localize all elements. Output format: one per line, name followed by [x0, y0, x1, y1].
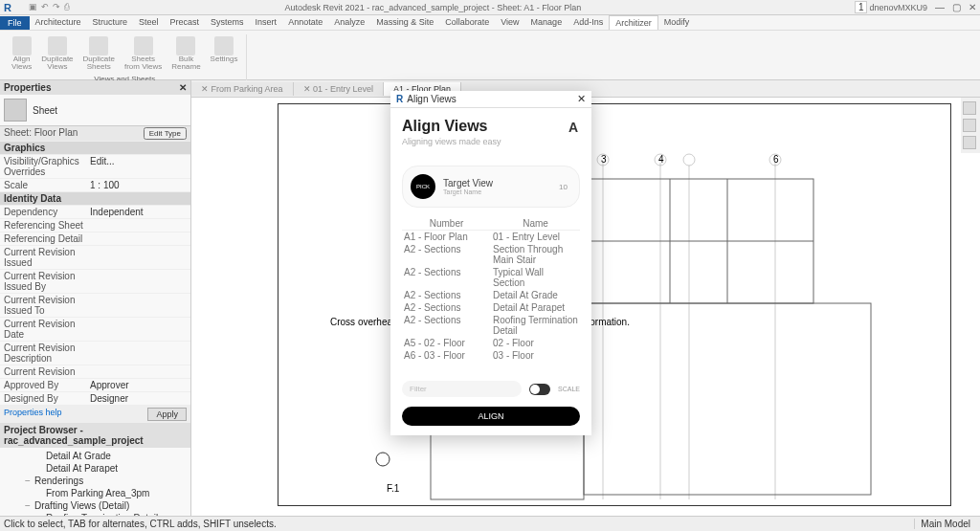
view-count: 10 [559, 183, 568, 191]
nav-wheel-icon[interactable] [963, 136, 976, 149]
qat-save-icon[interactable]: ▣ [29, 2, 37, 11]
ribbon-btn-duplicate[interactable]: DuplicateSheets [79, 34, 119, 73]
tree-item[interactable]: −Drafting Views (Detail) [2, 499, 189, 512]
minimize-button[interactable]: — [935, 2, 945, 12]
panel-close-icon[interactable]: ✕ [179, 82, 187, 93]
apply-button[interactable]: Apply [147, 408, 187, 421]
tree-item[interactable]: Detail At Parapet [2, 462, 189, 475]
property-value[interactable]: Approver [90, 380, 187, 390]
ribbon-tab-view[interactable]: View [495, 15, 524, 30]
maximize-button[interactable]: ▢ [952, 2, 961, 12]
property-row[interactable]: Designed ByDesigner [0, 392, 190, 406]
ribbon-tab-annotate[interactable]: Annotate [282, 15, 328, 30]
property-row[interactable]: Current Revision Issued By [0, 270, 190, 294]
property-key: Current Revision Issued To [4, 295, 90, 316]
tree-item[interactable]: −Renderings [2, 475, 189, 487]
property-value[interactable] [90, 220, 187, 231]
ribbon-tab-steel[interactable]: Steel [133, 15, 165, 30]
ribbon-tab-architecture[interactable]: Architecture [30, 15, 87, 30]
scale-toggle[interactable] [529, 384, 550, 395]
user-account[interactable]: dnenovMXKU9 [869, 3, 927, 12]
ribbon-btn-bulk[interactable]: BulkRename [167, 34, 204, 73]
row-number: A2 - Sections [402, 301, 491, 314]
nav-home-icon[interactable] [963, 101, 976, 115]
qat-redo-icon[interactable]: ↷ [53, 2, 60, 11]
align-button[interactable]: ALIGN [402, 407, 580, 426]
row-name: Roofing Termination Detail [491, 314, 580, 337]
pick-button[interactable]: PICK [411, 174, 435, 199]
table-row[interactable]: A2 - SectionsSection Through Main Stair [402, 243, 580, 266]
qat-print-icon[interactable]: ⎙ [64, 2, 69, 11]
ribbon-btn-duplicate[interactable]: DuplicateViews [37, 34, 77, 73]
ribbon-tab-structure[interactable]: Structure [87, 15, 134, 30]
property-row[interactable]: Visibility/Graphics OverridesEdit... [0, 155, 190, 179]
property-value[interactable] [90, 271, 187, 292]
expander-icon[interactable]: − [25, 476, 34, 486]
type-selector[interactable]: Sheet [0, 95, 190, 126]
table-row[interactable]: A2 - SectionsDetail At Parapet [402, 301, 580, 314]
property-row[interactable]: Scale1 : 100 [0, 179, 190, 192]
expander-icon[interactable]: − [25, 500, 34, 511]
property-value[interactable] [90, 343, 187, 364]
property-row[interactable]: Approved ByApprover [0, 379, 190, 392]
status-model[interactable]: Main Model [914, 519, 976, 529]
ribbon-btn-sheets[interactable]: Sheetsfrom Views [121, 34, 166, 73]
ribbon-group-views-sheets: AlignViewsDuplicateViewsDuplicateSheetsS… [4, 34, 247, 83]
property-row[interactable]: Referencing Sheet [0, 219, 190, 232]
table-row[interactable]: A2 - SectionsTypical Wall Section [402, 266, 580, 289]
table-row[interactable]: A6 - 03 - Floor03 - Floor [402, 349, 580, 362]
properties-header: Properties ✕ [0, 80, 190, 95]
ribbon-tab-modify[interactable]: Modify [658, 15, 696, 30]
property-value[interactable] [90, 319, 187, 340]
tree-item[interactable]: Detail At Grade [2, 450, 189, 462]
svg-text:6: 6 [773, 154, 779, 165]
dialog-close-icon[interactable]: ✕ [577, 93, 586, 105]
qat-undo-icon[interactable]: ↶ [41, 2, 49, 11]
ribbon-tab-precast[interactable]: Precast [165, 15, 206, 30]
ribbon-tab-collaborate[interactable]: Collaborate [439, 15, 495, 30]
ribbon-tab-add-ins[interactable]: Add-Ins [568, 15, 609, 30]
identity-section: Identity Data [0, 192, 190, 206]
edit-type-button[interactable]: Edit Type [144, 127, 187, 140]
project-browser-tree[interactable]: Detail At GradeDetail At Parapet−Renderi… [0, 448, 190, 516]
view-tab[interactable]: ✕ 01 - Entry Level [294, 82, 385, 96]
properties-help-link[interactable]: Properties help [4, 408, 62, 421]
property-row[interactable]: Current Revision Date [0, 318, 190, 342]
table-row[interactable]: A2 - SectionsDetail At Grade [402, 289, 580, 301]
ribbon-tab-massing-site[interactable]: Massing & Site [370, 15, 439, 30]
property-key: Approved By [4, 380, 90, 390]
property-value[interactable] [90, 295, 187, 316]
property-row[interactable]: Current Revision Issued To [0, 294, 190, 318]
view-tab[interactable]: ✕ From Parking Area [191, 82, 294, 96]
property-row[interactable]: Current Revision Description [0, 342, 190, 365]
property-value[interactable] [90, 366, 187, 377]
target-view-card[interactable]: PICK Target View Target Name 10 [402, 166, 580, 208]
ribbon-tab-insert[interactable]: Insert [250, 15, 283, 30]
property-row[interactable]: Current Revision Issued [0, 246, 190, 270]
file-menu[interactable]: File [0, 16, 30, 30]
tree-item[interactable]: From Parking Area_3pm [2, 487, 189, 499]
table-row[interactable]: A5 - 02 - Floor02 - Floor [402, 337, 580, 349]
property-value[interactable]: 1 : 100 [90, 180, 187, 190]
nav-cube-icon[interactable] [963, 119, 976, 132]
property-value[interactable] [90, 233, 187, 244]
ribbon-tab-systems[interactable]: Systems [205, 15, 250, 30]
ribbon-btn-settings[interactable]: Settings [207, 34, 242, 73]
settings-icon [214, 36, 234, 55]
property-row[interactable]: DependencyIndependent [0, 206, 190, 219]
ribbon-tab-architizer[interactable]: Architizer [609, 15, 658, 30]
property-value[interactable]: Edit... [90, 156, 187, 177]
table-row[interactable]: A2 - SectionsRoofing Termination Detail [402, 314, 580, 337]
property-value[interactable]: Designer [90, 393, 187, 404]
ribbon-tab-manage[interactable]: Manage [525, 15, 568, 30]
ribbon-btn-align[interactable]: AlignViews [8, 34, 35, 73]
ribbon-tab-analyze[interactable]: Analyze [328, 15, 370, 30]
property-value[interactable] [90, 247, 187, 268]
filter-input[interactable]: Filter [402, 381, 522, 397]
property-row[interactable]: Current Revision [0, 365, 190, 379]
notification-badge[interactable]: 1 [855, 1, 868, 13]
property-row[interactable]: Referencing Detail [0, 232, 190, 246]
table-row[interactable]: A1 - Floor Plan01 - Entry Level [402, 231, 580, 243]
property-value[interactable]: Independent [90, 207, 187, 217]
close-button[interactable]: ✕ [969, 2, 976, 12]
